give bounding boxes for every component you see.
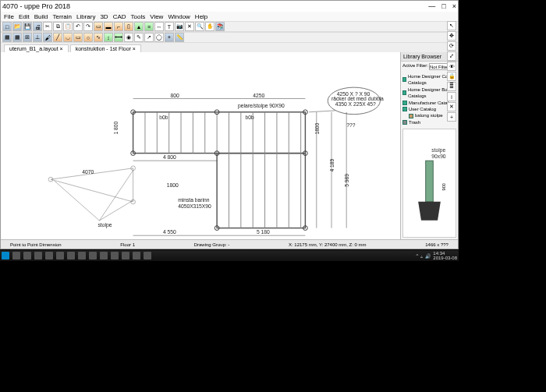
menu-edit[interactable]: Edit bbox=[19, 13, 30, 20]
search-icon[interactable] bbox=[12, 252, 20, 260]
menu-cad[interactable]: CAD bbox=[113, 13, 126, 20]
window-icon[interactable]: ▯ bbox=[124, 22, 133, 31]
app3-icon[interactable] bbox=[89, 252, 97, 260]
layer-icon[interactable]: ▦ bbox=[2, 33, 12, 42]
pan-icon[interactable]: ✋ bbox=[205, 22, 214, 31]
menu-window[interactable]: Window bbox=[168, 13, 190, 20]
menu-tools[interactable]: Tools bbox=[131, 13, 146, 20]
vtool-eye-icon[interactable]: 👁 bbox=[447, 62, 456, 71]
rect-icon[interactable]: ▭ bbox=[73, 33, 83, 42]
line-icon[interactable]: ╱ bbox=[53, 33, 62, 42]
app5-icon[interactable] bbox=[111, 252, 119, 260]
svg-line-41 bbox=[99, 200, 133, 221]
paint-icon[interactable]: 🖌 bbox=[43, 33, 52, 42]
tab-floor[interactable]: konstruktion - 1st Floor × bbox=[70, 44, 141, 52]
ortho-icon[interactable]: ⊥ bbox=[33, 33, 42, 42]
clock-date[interactable]: 2019-03-08 bbox=[433, 256, 457, 260]
app4-icon[interactable] bbox=[100, 252, 108, 260]
save-icon[interactable]: 💾 bbox=[23, 22, 32, 31]
dim-4250: 4250 bbox=[253, 93, 264, 98]
door-icon[interactable]: ⌐ bbox=[114, 22, 123, 31]
tab-layout[interactable]: uterum_B1_a.layout × bbox=[4, 44, 69, 52]
preview-h: 900 bbox=[441, 183, 446, 191]
ptp-icon[interactable]: ⟷ bbox=[114, 33, 123, 42]
start-button-icon[interactable] bbox=[2, 252, 9, 260]
measure-icon[interactable]: 📏 bbox=[175, 33, 184, 42]
print-icon[interactable]: 🖨 bbox=[33, 22, 42, 31]
menu-view[interactable]: View bbox=[150, 13, 163, 20]
match-icon[interactable]: ⌖ bbox=[165, 33, 174, 42]
marker-icon[interactable]: ◉ bbox=[124, 33, 133, 42]
vtool-scale-icon[interactable]: ⤢ bbox=[447, 51, 456, 61]
roof-icon[interactable]: ▲ bbox=[134, 22, 144, 31]
paste-icon[interactable]: 📋 bbox=[63, 22, 73, 31]
library-icon[interactable]: 📚 bbox=[215, 22, 225, 31]
stairs-icon[interactable]: ≡ bbox=[144, 22, 154, 31]
vtool-lock-icon[interactable]: 🔒 bbox=[447, 72, 456, 81]
new-icon[interactable]: □ bbox=[2, 22, 12, 31]
menu-library[interactable]: Library bbox=[76, 13, 95, 20]
tray-chevron-icon[interactable]: ^ bbox=[416, 253, 418, 258]
dim-4070: 4070 bbox=[82, 169, 94, 175]
menu-file[interactable]: File bbox=[4, 13, 14, 20]
zoom-icon[interactable]: 🔍 bbox=[195, 22, 204, 31]
pillar-label: pelare/stolpe 90X90 bbox=[238, 103, 285, 109]
taskview-icon[interactable] bbox=[23, 252, 31, 260]
app1-icon[interactable] bbox=[67, 252, 75, 260]
vtool-info-icon[interactable]: i bbox=[447, 92, 456, 101]
drawing-canvas[interactable]: 800 4250 pelare/stolpe 90X90 b0b b0b 1 8… bbox=[1, 52, 400, 239]
vtool-plus-icon[interactable]: + bbox=[447, 112, 456, 122]
tray-net-icon[interactable]: ▵ bbox=[420, 253, 423, 259]
callout-icon[interactable]: ◯ bbox=[154, 33, 164, 42]
camera-icon[interactable]: 📷 bbox=[175, 22, 184, 31]
vtool-rotate-icon[interactable]: ⟳ bbox=[447, 41, 456, 51]
text-icon[interactable]: T bbox=[165, 22, 174, 31]
dim2-icon[interactable]: ↕ bbox=[104, 33, 113, 42]
edge-icon[interactable] bbox=[45, 252, 53, 260]
app6-icon[interactable] bbox=[122, 252, 129, 260]
vtool-x-icon[interactable]: ✕ bbox=[447, 102, 456, 111]
polyline-icon[interactable]: ∿ bbox=[94, 33, 103, 42]
maximize-button[interactable]: □ bbox=[441, 2, 445, 10]
redo-icon[interactable]: ↷ bbox=[83, 22, 93, 31]
menu-3d[interactable]: 3D bbox=[100, 13, 108, 20]
arc-icon[interactable]: ◡ bbox=[63, 33, 73, 42]
app7-icon[interactable] bbox=[133, 252, 140, 260]
open-icon[interactable]: 📂 bbox=[12, 22, 22, 31]
note-icon[interactable]: ✎ bbox=[134, 33, 144, 42]
svg-line-40 bbox=[99, 171, 133, 221]
select-icon[interactable]: ▭ bbox=[94, 22, 103, 31]
grid-icon[interactable]: ▦ bbox=[12, 33, 22, 42]
cut-icon[interactable]: ✂ bbox=[43, 22, 52, 31]
mail-icon[interactable] bbox=[56, 252, 64, 260]
dim-800: 800 bbox=[171, 93, 179, 98]
menu-terrain[interactable]: Terrain bbox=[52, 13, 71, 20]
copy-icon[interactable]: ⧉ bbox=[53, 22, 62, 31]
app8-icon[interactable] bbox=[144, 252, 151, 260]
menu-help[interactable]: Help bbox=[195, 13, 207, 20]
snap-icon[interactable]: ⊞ bbox=[23, 33, 32, 42]
close-button[interactable]: × bbox=[452, 2, 456, 10]
folder-icon bbox=[402, 107, 407, 111]
status-zoom: 1466 x ??? bbox=[420, 242, 453, 247]
dimension-icon[interactable]: ↔ bbox=[154, 22, 164, 31]
minimize-button[interactable]: — bbox=[428, 2, 435, 10]
titlebar: 4070 - uppe Pro 2018 — □ × bbox=[1, 1, 458, 12]
vtool-pointer-icon[interactable]: ↖ bbox=[447, 21, 456, 30]
tray-vol-icon[interactable]: 🔊 bbox=[425, 253, 431, 259]
vtool-layers-icon[interactable]: ≣ bbox=[447, 82, 456, 91]
wall-icon[interactable]: ▬ bbox=[104, 22, 113, 31]
cross-icon[interactable]: ✕ bbox=[185, 22, 194, 31]
svg-line-37 bbox=[51, 179, 133, 202]
explorer-icon[interactable] bbox=[34, 252, 42, 260]
circle-icon[interactable]: ○ bbox=[83, 33, 93, 42]
app2-icon[interactable] bbox=[78, 252, 86, 260]
taskbar[interactable]: ^ ▵ 🔊 14:34 2019-03-08 bbox=[0, 250, 459, 261]
undo-icon[interactable]: ↶ bbox=[73, 22, 83, 31]
item-icon bbox=[409, 114, 413, 118]
svg-rect-1 bbox=[217, 154, 305, 228]
menu-build[interactable]: Build bbox=[34, 13, 48, 20]
leader-icon[interactable]: ↗ bbox=[144, 33, 154, 42]
vtool-move-icon[interactable]: ✥ bbox=[447, 31, 456, 41]
toolbar-row-1: □ 📂 💾 🖨 ✂ ⧉ 📋 ↶ ↷ ▭ ▬ ⌐ ▯ ▲ ≡ ↔ T 📷 ✕ 🔍 … bbox=[1, 21, 458, 32]
